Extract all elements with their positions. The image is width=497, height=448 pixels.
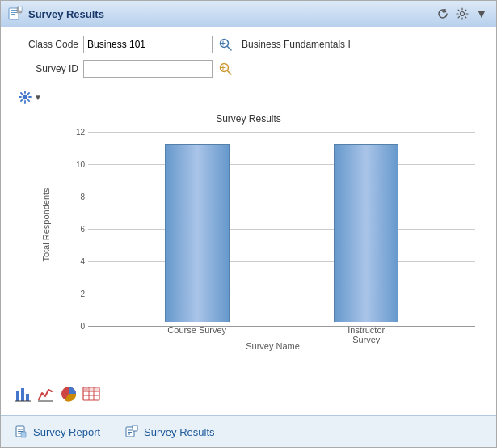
window-title: Survey Results [28,8,104,20]
survey-id-search-button[interactable] [217,61,234,77]
survey-report-link[interactable]: Survey Report [14,425,100,439]
line-chart-icon [37,385,55,403]
gear-icon [18,90,32,104]
class-code-row: Class Code Business Fundamentals I [14,36,483,53]
bars-layer [88,128,475,322]
settings-icon [456,7,469,20]
svg-rect-17 [21,388,24,401]
footer-bar: Survey Report Survey Results [1,415,496,447]
line-chart-button[interactable] [36,384,56,404]
title-bar: Survey Results ▼ [1,1,496,27]
svg-line-8 [228,47,232,51]
search-icon [218,37,233,52]
bar-course-survey [165,144,230,322]
survey-results-link[interactable]: Survey Results [124,425,214,439]
class-name-display: Business Fundamentals I [242,39,351,50]
svg-line-12 [228,71,232,75]
svg-rect-27 [84,388,88,391]
svg-point-15 [23,95,27,99]
svg-rect-5 [19,6,22,11]
svg-rect-3 [11,14,15,15]
main-content: Class Code Business Fundamentals I Surve… [1,27,496,415]
x-axis-title-container: Survey Name [70,340,475,352]
pie-chart-icon [60,385,78,403]
survey-results-label: Survey Results [144,426,214,438]
survey-id-row: Survey ID [14,60,483,78]
title-bar-left: Survey Results [7,6,104,22]
bar-group-instructor [334,144,398,322]
settings-button[interactable] [454,6,470,22]
svg-point-6 [461,12,465,16]
class-code-search-button[interactable] [217,36,234,53]
x-axis-title: Survey Name [246,341,300,351]
title-bar-actions: ▼ [435,6,490,22]
window-icon [7,6,23,22]
svg-rect-2 [11,12,17,13]
survey-results-icon [124,425,139,439]
chart-container: Survey Results Total Respondents 12 [14,113,483,376]
svg-rect-18 [26,394,29,401]
svg-rect-16 [16,391,19,401]
table-icon [82,385,100,403]
class-code-input[interactable] [83,36,213,53]
chart-title: Survey Results [216,113,281,125]
chart-type-toolbar [14,381,483,407]
dropdown-button[interactable]: ▼ [474,6,490,22]
svg-rect-36 [133,425,137,431]
bar-instructor-survey [334,144,398,322]
survey-report-icon [14,425,28,439]
gear-row: ▼ [14,87,483,107]
dropdown-arrow: ▼ [476,7,487,20]
table-view-button[interactable] [82,384,101,404]
bar-group-course [165,144,230,322]
chart-wrapper: Total Respondents 12 10 [22,128,475,338]
refresh-button[interactable] [435,6,451,22]
refresh-icon [436,7,449,20]
survey-search-icon [218,61,233,76]
y-axis-title: Total Respondents [41,188,51,261]
svg-rect-1 [11,10,17,11]
svg-rect-34 [21,432,26,437]
class-code-label: Class Code [14,39,78,50]
bar-chart-icon [15,385,32,403]
pie-chart-button[interactable] [59,384,78,404]
y-axis-area: Total Respondents [22,128,70,322]
gear-dropdown-arrow: ▼ [34,93,42,102]
survey-report-label: Survey Report [33,426,100,438]
svg-rect-28 [90,388,93,391]
survey-id-label: Survey ID [14,63,78,74]
svg-rect-29 [95,388,99,391]
bar-chart-button[interactable] [14,384,33,404]
chart-plot-area: 12 10 8 [70,128,475,338]
gear-dropdown-button[interactable]: ▼ [14,87,46,107]
survey-id-input[interactable] [83,60,213,78]
main-window: Survey Results ▼ Class Code [0,0,497,448]
